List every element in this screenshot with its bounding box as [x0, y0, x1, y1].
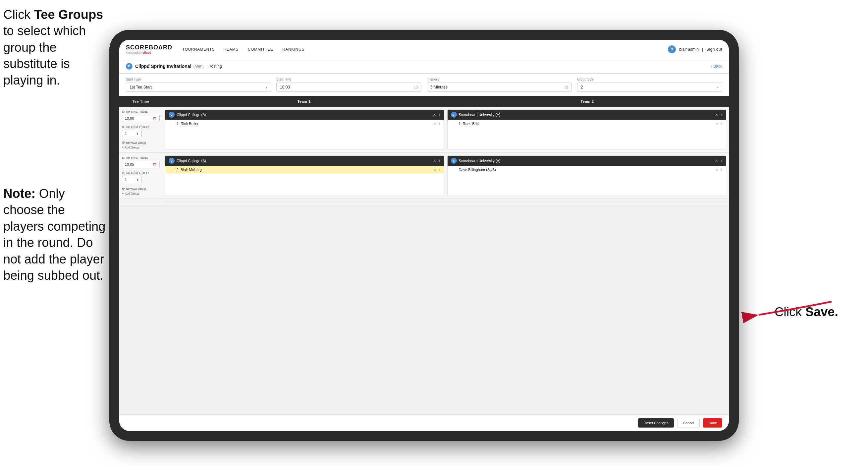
team2-header: Team 2: [445, 96, 729, 107]
start-time-field: Start Time 10:00 🕐: [276, 78, 422, 92]
group-3-team2-partial: [447, 202, 726, 203]
nav-links: TOURNAMENTS TEAMS COMMITTEE RANKINGS: [182, 47, 668, 52]
save-button[interactable]: Save: [703, 418, 722, 428]
tournament-name: Clippd Spring Invitational: [135, 64, 191, 69]
user-avatar: B: [668, 46, 676, 53]
nav-user-area: B blair admin | Sign out: [668, 46, 722, 53]
intervals-input[interactable]: 5 Minutes 🕐: [427, 83, 572, 92]
group-1-team1-player-1-actions: ✕ ⬍: [433, 122, 441, 126]
logo-area: SCOREBOARD Powered by clippd: [126, 44, 172, 54]
group-2-team1-remove-icon[interactable]: ✕: [433, 159, 436, 163]
nav-separator: |: [702, 47, 703, 52]
click-save-instruction: Click Save.: [775, 305, 838, 319]
time-clock-icon-2: ⏰: [153, 163, 157, 166]
start-config: Start Type 1st Tee Start ▾ Start Time 10…: [119, 74, 729, 96]
group-1-team2-remove-icon[interactable]: ✕: [715, 113, 718, 117]
logo-text: SCOREBOARD: [126, 44, 172, 51]
group-3-left-partial: [119, 199, 162, 205]
group-2-time-input[interactable]: 10:05 ⏰: [122, 161, 160, 168]
group-2-left: STARTING TIME: 10:05 ⏰ STARTING HOLE: 1 …: [119, 153, 162, 199]
group-2-team1-player-1-reorder-icon[interactable]: ⬍: [438, 168, 441, 171]
tournament-icon: B: [126, 63, 132, 69]
start-time-clock-icon: 🕐: [414, 86, 418, 89]
group-1-team2-slot: S Scoreboard University (A) ✕ ⬍ 1. Rees …: [447, 109, 726, 150]
reset-changes-button[interactable]: Reset Changes: [638, 418, 674, 428]
nav-committee[interactable]: COMMITTEE: [248, 47, 273, 52]
group-size-arrow-icon: ▾: [717, 86, 719, 89]
group-size-input[interactable]: 2 ▾: [577, 83, 722, 92]
group-2-teams: C Clippd College (A) ✕ ⬍ 2. Blair McHarg…: [162, 153, 729, 199]
tee-time-header: Tee Time: [119, 96, 162, 107]
group-2-team1-player-1-remove-icon[interactable]: ✕: [433, 168, 436, 172]
remove-icon-2: 🗑: [122, 187, 125, 191]
intervals-clock-icon: 🕐: [564, 86, 568, 89]
group-2-remove-button[interactable]: 🗑 Remove Group: [122, 187, 160, 191]
start-type-input[interactable]: 1st Tee Start ▾: [126, 83, 271, 92]
sign-out-link[interactable]: Sign out: [706, 47, 722, 52]
cancel-button[interactable]: Cancel: [677, 418, 700, 428]
add-icon-1: +: [122, 146, 124, 149]
group-row-1: STARTING TIME: 10:00 ⏰ STARTING HOLE: 1 …: [119, 107, 729, 153]
group-2-team2-reorder-icon[interactable]: ⬍: [720, 159, 722, 163]
footer-bar: Reset Changes Cancel Save: [119, 414, 729, 431]
group-1-hole-label: STARTING HOLE:: [122, 125, 160, 128]
start-time-label: Start Time: [276, 78, 422, 81]
start-type-label: Start Type: [126, 78, 271, 81]
back-button[interactable]: ‹ Back: [711, 64, 722, 68]
group-2-team1-icon: C: [168, 158, 175, 164]
group-1-team1-reorder-icon[interactable]: ⬍: [438, 113, 441, 116]
tablet-frame: SCOREBOARD Powered by clippd TOURNAMENTS…: [109, 30, 739, 441]
group-1-team2-player-1-reorder-icon[interactable]: ⬍: [720, 122, 722, 125]
group-1-team1-player-1-remove-icon[interactable]: ✕: [433, 122, 436, 126]
nav-tournaments[interactable]: TOURNAMENTS: [182, 47, 215, 52]
group-1-add-button[interactable]: + Add Group: [122, 146, 160, 149]
group-row-3-partial: [119, 199, 729, 205]
group-3-teams-partial: [162, 199, 729, 205]
intervals-field: Intervals 5 Minutes 🕐: [427, 78, 572, 92]
tablet-screen: SCOREBOARD Powered by clippd TOURNAMENTS…: [119, 40, 729, 431]
group-2-team1-slot: C Clippd College (A) ✕ ⬍ 2. Blair McHarg…: [165, 155, 444, 196]
team1-header: Team 1: [162, 96, 445, 107]
group-2-team2-header: S Scoreboard University (A) ✕ ⬍: [447, 156, 726, 166]
group-1-team2-name: Scoreboard University (A): [459, 113, 715, 117]
group-1-hole-input[interactable]: 1 ⬍: [122, 130, 142, 137]
remove-icon-1: 🗑: [122, 141, 125, 145]
group-2-team1-player-1-actions: ✕ ⬍: [433, 168, 441, 172]
group-2-team2-player-1-actions: ✕ ⬍: [715, 168, 722, 172]
nav-teams[interactable]: TEAMS: [224, 47, 239, 52]
group-1-remove-button[interactable]: 🗑 Remove Group: [122, 141, 160, 145]
group-1-time-input[interactable]: 10:00 ⏰: [122, 115, 160, 122]
group-row-2: STARTING TIME: 10:05 ⏰ STARTING HOLE: 1 …: [119, 153, 729, 199]
group-2-hole-input[interactable]: 1 ⬍: [122, 176, 142, 183]
group-1-team1-player-1-reorder-icon[interactable]: ⬍: [438, 122, 441, 125]
start-time-input[interactable]: 10:00 🕐: [276, 83, 422, 92]
group-2-hole-label: STARTING HOLE:: [122, 171, 160, 175]
group-1-team1-name: Clippd College (A): [177, 113, 433, 117]
group-1-left: STARTING TIME: 10:00 ⏰ STARTING HOLE: 1 …: [119, 107, 162, 152]
group-1-team2-player-1: 1. Rees Britt ✕ ⬍: [447, 120, 726, 127]
hole-arrow-icon-2: ⬍: [136, 178, 139, 182]
group-2-team1-name: Clippd College (A): [177, 159, 433, 163]
group-2-add-button[interactable]: + Add Group: [122, 192, 160, 195]
time-clock-icon-1: ⏰: [153, 117, 157, 120]
group-2-team2-remove-icon[interactable]: ✕: [715, 159, 718, 163]
group-1-time-label: STARTING TIME:: [122, 110, 160, 113]
nav-rankings[interactable]: RANKINGS: [282, 47, 305, 52]
group-1-team1-remove-icon[interactable]: ✕: [433, 113, 436, 117]
group-1-team2-reorder-icon[interactable]: ⬍: [720, 113, 722, 116]
group-2-team1-header: C Clippd College (A) ✕ ⬍: [165, 156, 444, 166]
group-size-field: Group Size 2 ▾: [577, 78, 722, 92]
group-1-team2-player-1-remove-icon[interactable]: ✕: [715, 122, 718, 126]
group-1-team2-header: S Scoreboard University (A) ✕ ⬍: [447, 110, 726, 120]
group-1-team1-icon: C: [168, 112, 175, 118]
group-2-team1-reorder-icon[interactable]: ⬍: [438, 159, 441, 163]
hole-arrow-icon-1: ⬍: [136, 132, 139, 136]
group-2-team2-player-1-reorder-icon[interactable]: ⬍: [720, 168, 722, 171]
group-2-team1-actions: ✕ ⬍: [433, 159, 441, 163]
group-2-team2-player-1-remove-icon[interactable]: ✕: [715, 168, 718, 172]
group-3-team1-partial: [165, 202, 444, 203]
user-name: blair admin: [679, 47, 699, 52]
group-1-team1-player-1: 1. Rich Butler ✕ ⬍: [165, 120, 444, 127]
intervals-label: Intervals: [427, 78, 572, 81]
group-1-team2-actions: ✕ ⬍: [715, 113, 722, 117]
